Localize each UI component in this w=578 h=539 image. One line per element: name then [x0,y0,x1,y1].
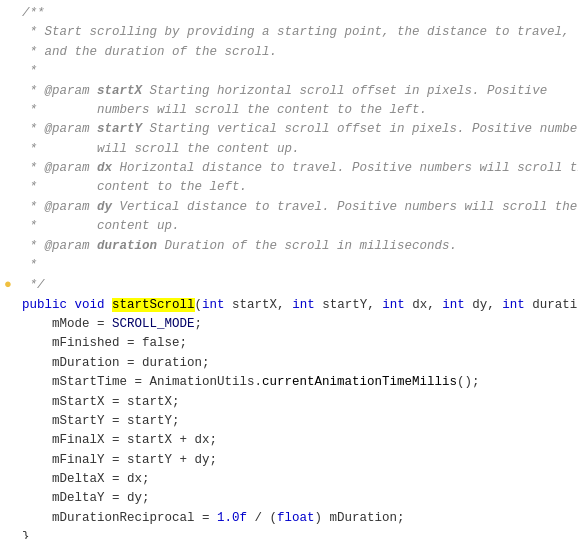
code-line: * Start scrolling by providing a startin… [0,23,578,42]
code-line: * @param dx Horizontal distance to trave… [0,159,578,178]
line-code: * @param dx Horizontal distance to trave… [18,159,578,178]
code-line: mDuration = duration; [0,354,578,373]
line-code: mStartTime = AnimationUtils.currentAnima… [18,373,570,392]
line-code: /** [18,4,570,23]
line-code: public void startScroll(int startX, int … [18,296,578,315]
line-code: */ [18,276,570,295]
line-code: * @param duration Duration of the scroll… [18,237,570,256]
line-gutter: ● [0,275,18,295]
line-code: * [18,256,570,275]
line-code: mStartY = startY; [18,412,570,431]
code-line: public void startScroll(int startX, int … [0,296,578,315]
line-code: * content to the left. [18,178,570,197]
line-code: * @param startY Starting vertical scroll… [18,120,578,139]
code-line: * [0,62,578,81]
code-line: mDeltaY = dy; [0,489,578,508]
line-code: * @param startX Starting horizontal scro… [18,82,570,101]
code-line: /** [0,4,578,23]
code-line: mFinished = false; [0,334,578,353]
line-code: * [18,62,570,81]
code-line: * @param startY Starting vertical scroll… [0,120,578,139]
code-editor: /** * Start scrolling by providing a sta… [0,0,578,539]
code-line: mDeltaX = dx; [0,470,578,489]
code-line: * @param dy Vertical distance to travel.… [0,198,578,217]
line-code: mFinished = false; [18,334,570,353]
code-line: * content to the left. [0,178,578,197]
code-line: * [0,256,578,275]
line-code: } [18,528,570,539]
line-code: mFinalY = startY + dy; [18,451,570,470]
code-line: * @param startX Starting horizontal scro… [0,82,578,101]
code-line: * will scroll the content up. [0,140,578,159]
line-code: mDurationReciprocal = 1.0f / (float) mDu… [18,509,570,528]
code-line: } [0,528,578,539]
code-line: * and the duration of the scroll. [0,43,578,62]
code-line: mStartTime = AnimationUtils.currentAnima… [0,373,578,392]
line-code: * content up. [18,217,570,236]
code-line: mStartX = startX; [0,393,578,412]
code-line: * numbers will scroll the content to the… [0,101,578,120]
line-code: * and the duration of the scroll. [18,43,570,62]
line-code: mDeltaX = dx; [18,470,570,489]
line-code: mMode = SCROLL_MODE; [18,315,570,334]
line-code: mStartX = startX; [18,393,570,412]
line-code: * numbers will scroll the content to the… [18,101,570,120]
code-line: * @param duration Duration of the scroll… [0,237,578,256]
code-line: mStartY = startY; [0,412,578,431]
code-line: mMode = SCROLL_MODE; [0,315,578,334]
code-line: ● */ [0,275,578,295]
code-line: mFinalX = startX + dx; [0,431,578,450]
line-code: mFinalX = startX + dx; [18,431,570,450]
line-code: * Start scrolling by providing a startin… [18,23,570,42]
code-line: * content up. [0,217,578,236]
line-code: mDuration = duration; [18,354,570,373]
line-code: * will scroll the content up. [18,140,570,159]
line-code: mDeltaY = dy; [18,489,570,508]
code-line: mDurationReciprocal = 1.0f / (float) mDu… [0,509,578,528]
line-code: * @param dy Vertical distance to travel.… [18,198,577,217]
code-line: mFinalY = startY + dy; [0,451,578,470]
